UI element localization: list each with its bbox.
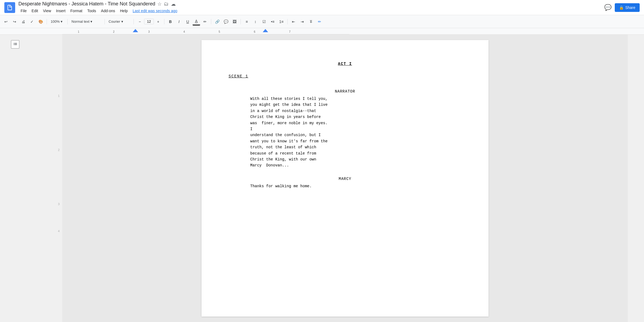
- right-margin: [628, 35, 644, 322]
- share-button[interactable]: 🔒 Share: [615, 3, 640, 12]
- separator-8: [287, 19, 288, 24]
- share-label: Share: [625, 5, 635, 10]
- menu-edit[interactable]: Edit: [30, 8, 40, 14]
- main-layout: 1 2 3 4 ACT I SCENE 1 NARRATOR With all …: [0, 35, 644, 322]
- svg-text:2: 2: [113, 30, 115, 33]
- star-icon[interactable]: ☆: [157, 1, 162, 7]
- menu-file[interactable]: File: [18, 8, 29, 14]
- font-size-value[interactable]: 12: [144, 19, 154, 24]
- svg-text:1: 1: [78, 30, 79, 33]
- title-bar: Desperate Nightmares - Jessica Hatem - T…: [0, 0, 644, 15]
- app-icon[interactable]: [4, 2, 15, 13]
- separator-5: [164, 19, 164, 24]
- redo-button[interactable]: ↪: [11, 18, 18, 25]
- svg-text:5: 5: [219, 30, 220, 33]
- paint-format-button[interactable]: 🎨: [37, 18, 44, 25]
- image-button[interactable]: 🖼: [231, 18, 238, 25]
- svg-marker-8: [133, 29, 138, 32]
- svg-text:7: 7: [289, 30, 291, 33]
- cloud-icon[interactable]: ☁: [171, 1, 176, 7]
- undo-button[interactable]: ↩: [2, 18, 10, 25]
- page-area[interactable]: ACT I SCENE 1 NARRATOR With all these st…: [62, 35, 628, 322]
- checklist-button[interactable]: ☑: [260, 18, 268, 25]
- marcy-character: MARCY: [229, 177, 461, 181]
- narrator-character: NARRATOR: [229, 89, 461, 94]
- zoom-select[interactable]: 100% ▾: [49, 19, 65, 24]
- clear-format-button[interactable]: T̶: [307, 18, 315, 25]
- ruler: 1 2 3 4 5 6 7: [0, 28, 644, 35]
- title-bar-right: 💬 🔒 Share: [604, 3, 640, 12]
- link-button[interactable]: 🔗: [213, 18, 221, 25]
- zoom-value: 100%: [51, 19, 60, 24]
- doc-title-text[interactable]: Desperate Nightmares - Jessica Hatem - T…: [18, 1, 155, 7]
- toolbar: ↩ ↪ 🖨 ✓ 🎨 100% ▾ Normal text ▾ Courier ▾…: [0, 15, 644, 28]
- svg-text:6: 6: [254, 30, 255, 33]
- bullet-list-button[interactable]: •≡: [269, 18, 277, 25]
- menu-addons[interactable]: Add-ons: [99, 8, 117, 14]
- spell-check-button[interactable]: ✓: [28, 18, 36, 25]
- font-select[interactable]: Courier ▾: [107, 19, 131, 24]
- separator-4: [134, 19, 134, 24]
- italic-button[interactable]: I: [175, 18, 183, 25]
- folder-icon[interactable]: 🗂: [164, 1, 169, 7]
- doc-title-section: Desperate Nightmares - Jessica Hatem - T…: [18, 1, 604, 14]
- separator-2: [67, 19, 68, 24]
- font-size-group: − 12 +: [136, 18, 162, 25]
- lock-icon: 🔒: [619, 5, 624, 10]
- menu-format[interactable]: Format: [68, 8, 84, 14]
- last-edit-status[interactable]: Last edit was seconds ago: [133, 9, 177, 13]
- decrease-indent-button[interactable]: ⇤: [290, 18, 297, 25]
- marcy-dialogue[interactable]: Thanks for walking me home.: [250, 183, 440, 189]
- increase-indent-button[interactable]: ⇥: [298, 18, 306, 25]
- narrator-dialogue[interactable]: With all these stories I tell you, you m…: [250, 96, 440, 169]
- font-size-decrease[interactable]: −: [136, 18, 144, 25]
- doc-title: Desperate Nightmares - Jessica Hatem - T…: [18, 1, 604, 7]
- style-dropdown-icon: ▾: [90, 19, 92, 24]
- font-value: Courier: [109, 19, 120, 24]
- menu-view[interactable]: View: [41, 8, 53, 14]
- document-page[interactable]: ACT I SCENE 1 NARRATOR With all these st…: [201, 40, 489, 317]
- line-spacing-button[interactable]: ↕: [252, 18, 259, 25]
- scene-heading: SCENE 1: [229, 74, 461, 78]
- outline-icon[interactable]: [11, 40, 19, 49]
- font-dropdown-icon: ▾: [121, 19, 123, 24]
- left-margin: 1 2 3 4: [0, 35, 62, 322]
- numbered-list-button[interactable]: 1≡: [278, 18, 285, 25]
- separator-6: [211, 19, 211, 24]
- ruler-content: 1 2 3 4 5 6 7: [0, 29, 644, 34]
- style-select[interactable]: Normal text ▾: [70, 19, 102, 24]
- act-title: ACT I: [229, 62, 461, 66]
- underline-button[interactable]: U: [184, 18, 191, 25]
- separator-3: [105, 19, 105, 24]
- svg-marker-9: [263, 29, 268, 32]
- highlight-button[interactable]: ✏: [201, 18, 209, 25]
- align-button[interactable]: ≡: [243, 18, 251, 25]
- menu-bar: File Edit View Insert Format Tools Add-o…: [18, 8, 604, 14]
- svg-text:3: 3: [148, 30, 150, 33]
- comments-icon[interactable]: 💬: [604, 4, 612, 11]
- comment-button[interactable]: 💬: [222, 18, 230, 25]
- editing-mode-button[interactable]: ✏: [316, 18, 323, 25]
- menu-help[interactable]: Help: [118, 8, 130, 14]
- menu-tools[interactable]: Tools: [85, 8, 98, 14]
- separator-1: [47, 19, 47, 24]
- svg-text:4: 4: [183, 30, 185, 33]
- zoom-dropdown-icon: ▾: [61, 19, 63, 24]
- style-value: Normal text: [71, 19, 89, 24]
- menu-insert[interactable]: Insert: [54, 8, 68, 14]
- separator-7: [240, 19, 241, 24]
- bold-button[interactable]: B: [167, 18, 174, 25]
- text-color-button[interactable]: A: [193, 18, 200, 25]
- print-button[interactable]: 🖨: [19, 18, 27, 25]
- font-size-increase[interactable]: +: [154, 18, 162, 25]
